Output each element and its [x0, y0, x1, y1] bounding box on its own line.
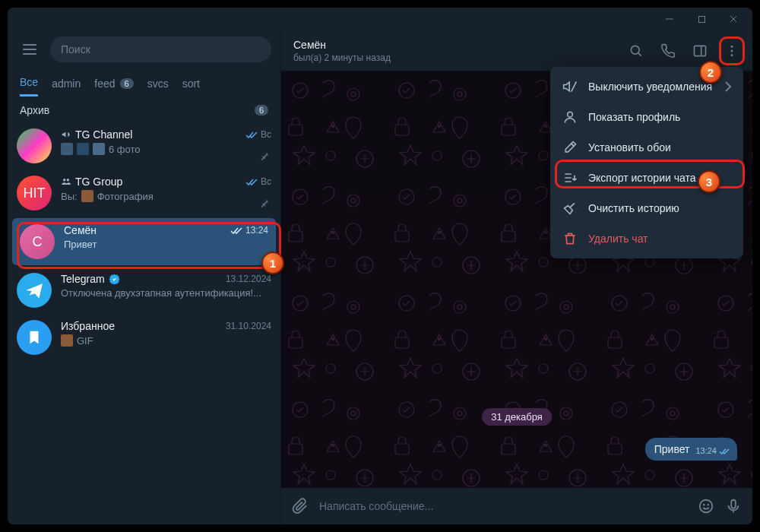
tab-badge: 6	[120, 78, 134, 89]
chat-name: Избранное	[61, 320, 115, 332]
annotation-step-2: 2	[699, 61, 722, 84]
menu-item-broom[interactable]: Очистить историю	[550, 193, 743, 223]
chat-time: 13.12.2024	[226, 274, 271, 284]
chat-time: 31.10.2024	[226, 321, 271, 331]
svg-point-23	[708, 505, 708, 505]
chat-preview: GIF	[61, 334, 271, 347]
svg-point-22	[704, 505, 705, 505]
titlebar	[8, 8, 752, 30]
avatar: HIT	[17, 176, 52, 211]
window-maximize[interactable]	[689, 11, 714, 27]
mute-icon	[562, 79, 578, 94]
chat-time: Вс	[245, 176, 271, 187]
search-input[interactable]: Поиск	[50, 36, 271, 62]
read-check-icon	[245, 131, 258, 139]
chat-preview: 6 фото	[61, 143, 271, 155]
composer	[281, 488, 752, 524]
chat-item[interactable]: HITTG GroupВсВы:Фотография	[8, 169, 280, 217]
chat-preview: Отключена двухэтапная аутентификация!...	[61, 287, 271, 299]
chat-status: был(а) 2 минуты назад	[293, 52, 391, 63]
sidepanel-icon[interactable]	[692, 43, 708, 59]
menu-item-label: Удалить чат	[588, 233, 648, 245]
menu-item-trash[interactable]: Удалить чат	[550, 223, 743, 254]
archive-label: Архив	[20, 104, 49, 116]
chat-name: TG Channel	[61, 128, 132, 141]
chat-item[interactable]: Избранное31.10.2024GIF	[8, 314, 280, 361]
svg-point-21	[700, 500, 713, 513]
emoji-icon[interactable]	[698, 498, 714, 515]
group-icon	[61, 176, 71, 187]
window-minimize[interactable]	[657, 11, 682, 27]
menu-item-label: Показать профиль	[588, 111, 680, 123]
chat-item[interactable]: TG ChannelВс6 фото	[8, 122, 280, 169]
call-icon[interactable]	[660, 43, 676, 59]
chat-item[interactable]: Telegram13.12.2024Отключена двухэтапная …	[8, 267, 280, 314]
tab-svcs[interactable]: svcs	[147, 73, 169, 96]
message-outgoing[interactable]: Привет 13:24	[645, 438, 737, 461]
archive-row[interactable]: Архив 6	[8, 97, 280, 122]
annotation-step-3: 3	[698, 170, 720, 193]
svg-rect-24	[731, 500, 736, 508]
voice-icon[interactable]	[725, 498, 742, 515]
menu-item-brush[interactable]: Установить обои	[550, 132, 743, 163]
avatar	[17, 128, 52, 163]
archive-badge: 6	[255, 105, 268, 116]
svg-point-11	[731, 49, 733, 52]
export-icon	[562, 170, 578, 185]
svg-rect-8	[695, 46, 706, 55]
chevron-right-icon	[725, 81, 731, 92]
date-chip: 31 декабря	[482, 408, 552, 426]
attach-icon[interactable]	[292, 498, 309, 515]
tab-admin[interactable]: admin	[52, 73, 81, 96]
avatar: С	[20, 224, 55, 259]
broom-icon	[562, 201, 578, 216]
menu-item-label: Установить обои	[588, 141, 671, 154]
read-check-icon	[245, 178, 258, 186]
svg-point-12	[731, 54, 733, 56]
tab-sort[interactable]: sort	[182, 73, 200, 96]
main-menu-button[interactable]	[17, 39, 43, 60]
svg-point-4	[63, 179, 66, 182]
svg-point-6	[631, 46, 639, 54]
menu-item-label: Выключить уведомления	[588, 81, 712, 93]
menu-item-profile[interactable]: Показать профиль	[550, 102, 743, 132]
svg-point-26	[568, 112, 573, 117]
chat-time: 13:24	[230, 225, 268, 236]
chat-item[interactable]: ССемён13:24Привет	[12, 218, 276, 265]
chat-preview: Вы:Фотография	[61, 190, 271, 202]
svg-line-7	[638, 52, 641, 55]
annotation-step-1: 1	[261, 252, 284, 274]
search-placeholder: Поиск	[61, 43, 90, 55]
svg-point-10	[731, 45, 733, 47]
avatar	[17, 320, 52, 355]
folder-tabs: Всеadminfeed6svcssort	[8, 68, 280, 97]
chat-header: Семён был(а) 2 минуты назад	[281, 30, 752, 71]
svg-line-25	[572, 81, 577, 91]
context-menu: Выключить уведомленияПоказать профильУст…	[550, 67, 743, 258]
pin-icon	[259, 151, 270, 162]
chat-name: Telegram	[61, 273, 120, 285]
svg-point-5	[67, 179, 70, 182]
search-icon[interactable]	[628, 43, 644, 59]
chat-title[interactable]: Семён	[293, 39, 391, 51]
message-time: 13:24	[695, 446, 730, 455]
message-text: Привет	[654, 443, 690, 455]
menu-item-label: Очистить историю	[588, 202, 679, 214]
tab-все[interactable]: Все	[20, 71, 38, 97]
window-close[interactable]	[720, 11, 746, 27]
chat-preview: Привет	[64, 239, 268, 250]
sidebar: Поиск Всеadminfeed6svcssort Архив 6 TG C…	[8, 30, 281, 524]
message-input[interactable]	[319, 500, 687, 512]
trash-icon	[562, 231, 578, 246]
verified-icon	[109, 274, 120, 285]
more-icon[interactable]	[724, 43, 740, 59]
menu-item-label: Экспорт истории чата	[588, 172, 695, 184]
pin-icon	[259, 198, 270, 209]
megaphone-icon	[61, 129, 71, 140]
chat-name: Семён	[64, 224, 97, 236]
chat-name: TG Group	[61, 176, 122, 188]
tab-feed[interactable]: feed6	[94, 73, 133, 96]
svg-rect-1	[698, 16, 705, 22]
chat-time: Вс	[245, 129, 271, 140]
chat-list: TG ChannelВс6 фотоHITTG GroupВсВы:Фотогр…	[8, 122, 280, 524]
